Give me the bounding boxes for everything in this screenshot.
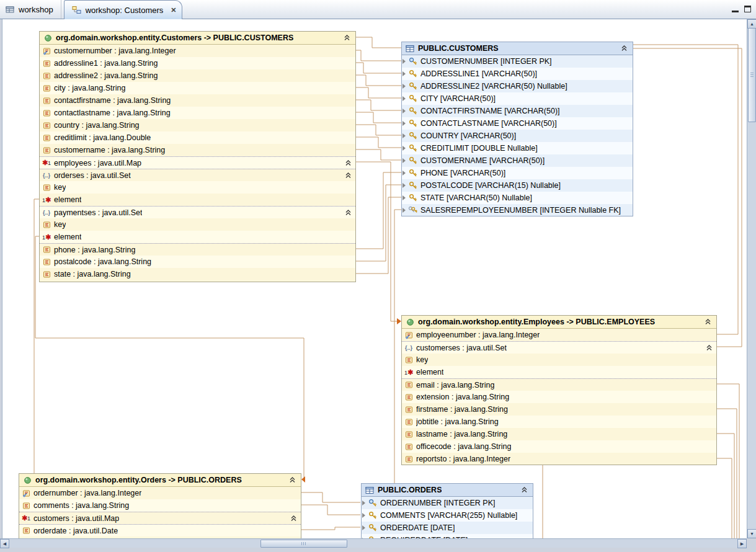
- relation-line[interactable]: [356, 162, 397, 321]
- vertical-scrollbar-thumb[interactable]: [748, 28, 756, 122]
- table-box-public-customers[interactable]: PUBLIC.CUSTOMERS CUSTOMERNUMBER [INTEGER…: [401, 42, 633, 216]
- column-row[interactable]: POSTALCODE [VARCHAR(15) Nullable]: [402, 179, 633, 192]
- column-row[interactable]: CONTACTFIRSTNAME [VARCHAR(50)]: [402, 105, 633, 117]
- relation-line[interactable]: [356, 63, 401, 73]
- scroll-right-icon[interactable]: ▶: [737, 539, 747, 548]
- collapse-icon[interactable]: [521, 487, 528, 493]
- box-header[interactable]: org.domain.workshop.entity.Customers -> …: [40, 32, 355, 45]
- collapse-icon[interactable]: [345, 172, 352, 179]
- relation-line[interactable]: [356, 75, 401, 86]
- column-row[interactable]: REQUIREDDATE [DATE]: [362, 534, 533, 538]
- property-row[interactable]: postalcode : java.lang.String: [40, 256, 355, 268]
- vertical-scrollbar[interactable]: ▲ ▼: [747, 19, 756, 538]
- column-row[interactable]: CUSTOMERNUMBER [INTEGER PK]: [402, 55, 633, 68]
- property-row[interactable]: key: [402, 354, 716, 366]
- collapse-icon[interactable]: [290, 515, 297, 522]
- collapse-icon[interactable]: [344, 35, 350, 41]
- box-header[interactable]: PUBLIC.CUSTOMERS: [402, 42, 633, 55]
- property-row[interactable]: email : java.lang.String: [402, 378, 716, 391]
- property-row[interactable]: 1✱element: [40, 194, 355, 206]
- column-row[interactable]: CONTACTLASTNAME [VARCHAR(50)]: [402, 117, 633, 130]
- minimize-icon[interactable]: [732, 6, 739, 12]
- box-header[interactable]: org.domain.workshop.entity.Employees -> …: [402, 316, 716, 329]
- property-row[interactable]: comments : java.lang.String: [19, 499, 301, 512]
- property-row[interactable]: ✱1employees : java.util.Map: [40, 156, 355, 169]
- property-row[interactable]: {..}orderses : java.util.Set: [40, 169, 355, 181]
- property-row[interactable]: ✱1customers : java.util.Map: [19, 512, 301, 524]
- property-row[interactable]: reportsto : java.lang.Integer: [402, 453, 716, 465]
- property-row[interactable]: contactfirstname : java.lang.String: [40, 94, 355, 107]
- column-row[interactable]: CREDITLIMIT [DOUBLE Nullable]: [402, 142, 633, 154]
- collapse-icon[interactable]: [289, 477, 296, 483]
- relation-line[interactable]: [356, 100, 401, 110]
- property-row[interactable]: addressline2 : java.lang.String: [40, 69, 355, 82]
- property-row[interactable]: customernumber : java.lang.Integer: [40, 45, 355, 57]
- relation-line[interactable]: [356, 149, 401, 160]
- scroll-up-icon[interactable]: ▲: [747, 19, 756, 29]
- entity-box-employees[interactable]: org.domain.workshop.entity.Employees -> …: [401, 315, 717, 465]
- scroll-left-icon[interactable]: ◀: [0, 539, 9, 548]
- relation-line[interactable]: [717, 384, 739, 538]
- column-row[interactable]: ORDERNUMBER [INTEGER PK]: [362, 497, 533, 509]
- property-row[interactable]: {..}paymentses : java.util.Set: [40, 206, 355, 218]
- relation-line[interactable]: [356, 125, 401, 135]
- property-row[interactable]: creditlimit : java.lang.Double: [40, 131, 355, 144]
- close-icon[interactable]: ✕: [171, 6, 176, 14]
- property-row[interactable]: employeenumber : java.lang.Integer: [402, 329, 716, 341]
- column-row[interactable]: CUSTOMERNAME [VARCHAR(50)]: [402, 154, 633, 167]
- relation-line[interactable]: [717, 458, 732, 538]
- property-row[interactable]: key: [40, 181, 355, 194]
- mapping-diagram-canvas[interactable]: org.domain.workshop.entity.Customers -> …: [0, 19, 747, 538]
- horizontal-scrollbar[interactable]: ◀ ▶: [0, 538, 747, 548]
- property-row[interactable]: officecode : java.lang.String: [402, 440, 716, 453]
- relation-line[interactable]: [717, 409, 737, 538]
- collapse-icon[interactable]: [345, 210, 352, 216]
- column-row[interactable]: CITY [VARCHAR(50)]: [402, 92, 633, 105]
- property-row[interactable]: contactlastname : java.lang.String: [40, 107, 355, 119]
- property-row[interactable]: key: [40, 218, 355, 231]
- property-row[interactable]: ordernumber : java.lang.Integer: [19, 487, 301, 499]
- property-row[interactable]: country : java.lang.String: [40, 119, 355, 131]
- collapse-icon[interactable]: [706, 345, 713, 351]
- box-header[interactable]: org.domain.workshop.entity.Orders -> PUB…: [19, 474, 301, 487]
- property-row[interactable]: lastname : java.lang.String: [402, 428, 716, 440]
- column-row[interactable]: ADDRESSLINE1 [VARCHAR(50)]: [402, 68, 633, 80]
- collapse-icon[interactable]: [705, 319, 711, 325]
- property-row[interactable]: {..}customerses : java.util.Set: [402, 341, 716, 354]
- box-header[interactable]: PUBLIC.ORDERS: [362, 484, 533, 497]
- property-row[interactable]: phone : java.lang.String: [40, 243, 355, 256]
- column-row[interactable]: COMMENTS [VARCHAR(255) Nullable]: [362, 509, 533, 522]
- maximize-icon[interactable]: [744, 6, 751, 12]
- property-row[interactable]: orderdate : java.util.Date: [19, 524, 301, 536]
- horizontal-scrollbar-thumb[interactable]: [260, 540, 347, 548]
- relation-line[interactable]: [356, 137, 401, 148]
- collapse-icon[interactable]: [621, 45, 628, 51]
- column-row[interactable]: PHONE [VARCHAR(50)]: [402, 167, 633, 179]
- relation-line[interactable]: [356, 37, 401, 48]
- relation-line[interactable]: [301, 492, 360, 502]
- relation-line[interactable]: [301, 505, 360, 515]
- property-row[interactable]: 1✱element: [40, 231, 355, 243]
- relation-line[interactable]: [633, 45, 738, 334]
- relation-line[interactable]: [356, 87, 401, 98]
- property-row[interactable]: 1✱element: [402, 366, 716, 378]
- column-row[interactable]: ORDERDATE [DATE]: [362, 522, 533, 534]
- relation-line[interactable]: [633, 48, 742, 347]
- property-row[interactable]: addressline1 : java.lang.String: [40, 57, 355, 69]
- entity-box-orders[interactable]: org.domain.workshop.entity.Orders -> PUB…: [19, 473, 301, 538]
- relation-line[interactable]: [34, 199, 39, 473]
- property-row[interactable]: jobtitle : java.lang.String: [402, 416, 716, 428]
- relation-line[interactable]: [356, 112, 401, 123]
- scroll-down-icon[interactable]: ▼: [747, 529, 756, 538]
- table-box-public-orders[interactable]: PUBLIC.ORDERS ORDERNUMBER [INTEGER PK]CO…: [361, 483, 533, 538]
- relation-line[interactable]: [356, 50, 401, 61]
- property-row[interactable]: city : java.lang.String: [40, 82, 355, 94]
- column-row[interactable]: ADDRESSLINE2 [VARCHAR(50) Nullable]: [402, 80, 633, 92]
- entity-box-customers[interactable]: org.domain.workshop.entity.Customers -> …: [39, 31, 356, 282]
- tab-workshop[interactable]: workshop: [0, 0, 61, 19]
- property-row[interactable]: extension : java.lang.String: [402, 391, 716, 403]
- tab-workshop-customers[interactable]: workshop: Customers ✕: [64, 0, 182, 19]
- property-row[interactable]: firstname : java.lang.String: [402, 403, 716, 416]
- property-row[interactable]: state : java.lang.String: [40, 268, 355, 280]
- column-row[interactable]: SALESREPEMPLOYEENUMBER [INTEGER Nullable…: [402, 204, 633, 216]
